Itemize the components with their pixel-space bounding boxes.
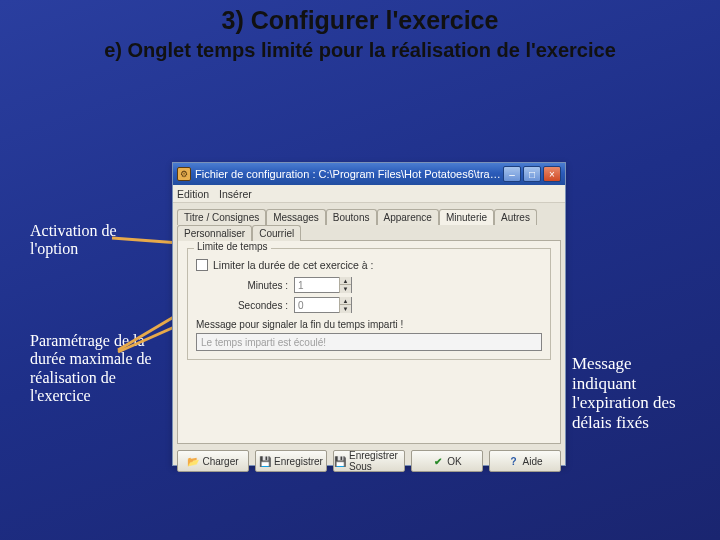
menu-edition[interactable]: Edition	[177, 188, 209, 200]
group-limite-temps: Limite de temps Limiter la durée de cet …	[187, 248, 551, 360]
seconds-up-icon[interactable]: ▲	[339, 297, 351, 305]
seconds-down-icon[interactable]: ▼	[339, 305, 351, 313]
help-icon: ?	[507, 455, 519, 467]
menubar: Edition Insérer	[173, 185, 565, 203]
aide-label: Aide	[522, 456, 542, 467]
app-icon: ⚙	[177, 167, 191, 181]
tabs-row: Titre / Consignes Messages Boutons Appar…	[177, 208, 561, 240]
enregistrer-sous-label: Enregistrer Sous	[349, 450, 404, 472]
save-as-icon: 💾	[334, 455, 346, 467]
tab-apparence[interactable]: Apparence	[377, 209, 439, 225]
enregistrer-label: Enregistrer	[274, 456, 323, 467]
message-input[interactable]: Le temps imparti est écoulé!	[196, 333, 542, 351]
checkbox-label: Limiter la durée de cet exercice à :	[213, 259, 374, 271]
tab-titre-consignes[interactable]: Titre / Consignes	[177, 209, 266, 225]
message-label: Message pour signaler la fin du temps im…	[196, 319, 542, 330]
seconds-value: 0	[295, 300, 339, 311]
window-minimize-button[interactable]: –	[503, 166, 521, 182]
minutes-value: 1	[295, 280, 339, 291]
slide-subtitle: e) Onglet temps limité pour la réalisati…	[0, 35, 720, 62]
callout-message: Message indiquant l'expiration des délai…	[572, 354, 692, 432]
ok-button[interactable]: ✔ OK	[411, 450, 483, 472]
seconds-label: Secondes :	[196, 300, 288, 311]
button-row: 📂 Charger 💾 Enregistrer 💾 Enregistrer So…	[173, 450, 565, 472]
aide-button[interactable]: ? Aide	[489, 450, 561, 472]
charger-button[interactable]: 📂 Charger	[177, 450, 249, 472]
save-icon: 💾	[259, 455, 271, 467]
config-window: ⚙ Fichier de configuration : C:\Program …	[172, 162, 566, 466]
tab-courriel[interactable]: Courriel	[252, 225, 301, 241]
seconds-stepper[interactable]: 0 ▲ ▼	[294, 297, 352, 313]
window-titlebar: ⚙ Fichier de configuration : C:\Program …	[173, 163, 565, 185]
minutes-down-icon[interactable]: ▼	[339, 285, 351, 293]
tab-minuterie[interactable]: Minuterie	[439, 209, 494, 225]
charger-label: Charger	[202, 456, 238, 467]
callout-activation: Activation de l'option	[30, 222, 140, 259]
enregistrer-sous-button[interactable]: 💾 Enregistrer Sous	[333, 450, 405, 472]
checkbox-limiter-duree[interactable]	[196, 259, 208, 271]
window-title: Fichier de configuration : C:\Program Fi…	[195, 168, 503, 180]
enregistrer-button[interactable]: 💾 Enregistrer	[255, 450, 327, 472]
ok-label: OK	[447, 456, 461, 467]
minutes-stepper[interactable]: 1 ▲ ▼	[294, 277, 352, 293]
tab-boutons[interactable]: Boutons	[326, 209, 377, 225]
group-label: Limite de temps	[194, 241, 271, 252]
tab-personnaliser[interactable]: Personnaliser	[177, 225, 252, 241]
menu-inserer[interactable]: Insérer	[219, 188, 252, 200]
tab-autres[interactable]: Autres	[494, 209, 537, 225]
tab-messages[interactable]: Messages	[266, 209, 326, 225]
check-icon: ✔	[432, 455, 444, 467]
slide-title: 3) Configurer l'exercice	[0, 0, 720, 35]
tab-content-minuterie: Limite de temps Limiter la durée de cet …	[177, 240, 561, 444]
minutes-up-icon[interactable]: ▲	[339, 277, 351, 285]
window-close-button[interactable]: ×	[543, 166, 561, 182]
window-maximize-button[interactable]: □	[523, 166, 541, 182]
open-folder-icon: 📂	[187, 455, 199, 467]
minutes-label: Minutes :	[196, 280, 288, 291]
callout-parametrage: Paramétrage de la durée maximale de réal…	[30, 332, 160, 406]
